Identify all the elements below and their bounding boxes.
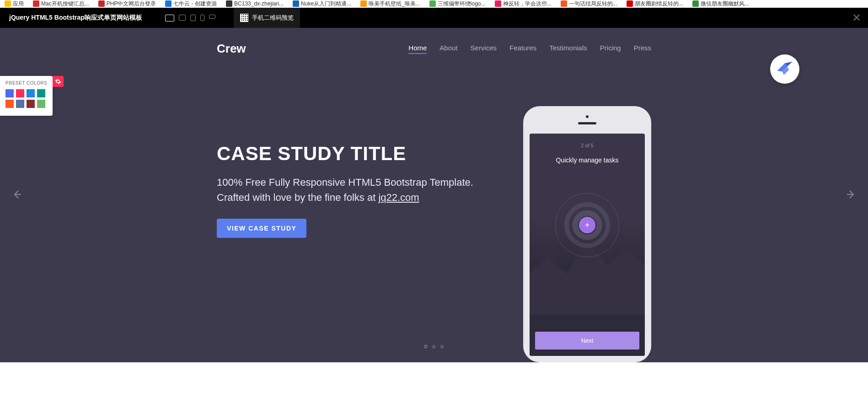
favicon-icon: [360, 0, 367, 7]
nav-links: HomeAboutServicesFeaturesTestimonialsPri…: [408, 44, 651, 54]
carousel-dot[interactable]: [424, 345, 428, 348]
bookmark-item[interactable]: 三维编带环绕logo...: [429, 0, 486, 8]
bird-icon: [775, 59, 795, 79]
bookmarks-bar: 应用Mac开机按键汇总...PHP中文网后台登录七牛云 - 创建资源BC133_…: [0, 0, 868, 8]
favicon-icon: [293, 0, 299, 7]
qr-icon: [240, 14, 248, 22]
settings-toggle[interactable]: [53, 76, 64, 87]
nav-link-features[interactable]: Features: [509, 44, 536, 54]
favicon-icon: [692, 0, 699, 7]
hero-section: Crew HomeAboutServicesFeaturesTestimonia…: [0, 28, 868, 362]
favicon-icon: [429, 0, 436, 7]
site-nav: Crew HomeAboutServicesFeaturesTestimonia…: [217, 28, 651, 70]
color-swatch[interactable]: [27, 89, 35, 97]
nav-link-press[interactable]: Press: [634, 44, 651, 54]
bookmark-item[interactable]: 一句话结局反转的...: [561, 0, 617, 8]
phone-frame: 2 of 5 Quickly manage tasks + Next: [523, 106, 651, 362]
color-swatch[interactable]: [5, 100, 14, 108]
carousel-dot[interactable]: [432, 345, 436, 349]
qr-preview-button[interactable]: 手机二维码预览: [234, 8, 300, 28]
color-swatch[interactable]: [5, 89, 14, 97]
color-swatch[interactable]: [27, 100, 35, 108]
color-row: [5, 89, 47, 97]
nav-link-about[interactable]: About: [439, 44, 457, 54]
favicon-icon: [165, 0, 171, 7]
add-button[interactable]: +: [579, 217, 595, 233]
bookmark-label: 朋友圈剧情反转的...: [635, 0, 683, 8]
bookmark-item[interactable]: 朋友圈剧情反转的...: [627, 0, 683, 8]
color-swatch[interactable]: [16, 89, 24, 97]
favicon-icon: [5, 0, 11, 7]
bookmark-label: BC133_dx-zhejian...: [234, 0, 284, 7]
color-swatch[interactable]: [37, 100, 45, 108]
arrow-left-icon: [11, 189, 22, 200]
bookmark-item[interactable]: PHP中文网后台登录: [98, 0, 156, 8]
favicon-icon: [33, 0, 39, 7]
hero-text: CASE STUDY TITLE 100% Free Fully Respons…: [217, 115, 496, 362]
next-button[interactable]: Next: [535, 332, 639, 350]
hero-title: CASE STUDY TITLE: [217, 143, 496, 165]
qr-label: 手机二维码预览: [252, 14, 294, 22]
screen-title: Quickly manage tasks: [556, 156, 619, 164]
favicon-icon: [226, 0, 232, 7]
device-laptop-icon[interactable]: [179, 15, 186, 21]
bookmark-label: 唯美手机壁纸_唯美...: [369, 0, 420, 8]
preview-toolbar: jQuery HTML5 Bootstrap响应式单页网站模板 手机二维码预览 …: [0, 8, 868, 28]
bookmark-label: 神反转，学会这些...: [503, 0, 552, 8]
bookmark-label: 三维编带环绕logo...: [438, 0, 486, 8]
arrow-right-icon: [846, 189, 857, 200]
favicon-icon: [495, 0, 501, 7]
bookmark-item[interactable]: Nuke从入门到精通...: [293, 0, 351, 8]
bookmark-label: Mac开机按键汇总...: [41, 0, 89, 8]
device-tablet-icon[interactable]: [190, 15, 196, 21]
bookmark-label: PHP中文网后台登录: [107, 0, 156, 8]
preview-title: jQuery HTML5 Bootstrap响应式单页网站模板: [0, 14, 151, 22]
bookmark-item[interactable]: 应用: [5, 0, 24, 8]
phone-mockup: 2 of 5 Quickly manage tasks + Next: [523, 115, 651, 362]
phone-camera-icon: [586, 115, 589, 118]
phone-speaker-icon: [578, 122, 596, 124]
bookmark-label: 七牛云 - 创建资源: [173, 0, 217, 8]
device-desktop-icon[interactable]: [165, 15, 174, 22]
nav-link-home[interactable]: Home: [408, 44, 427, 54]
bookmark-item[interactable]: Mac开机按键汇总...: [33, 0, 89, 8]
gear-icon: [55, 78, 61, 85]
device-phone-icon[interactable]: [200, 15, 204, 21]
carousel-dots: [424, 345, 444, 349]
brand-logo[interactable]: Crew: [217, 42, 246, 56]
hero-description: 100% Free Fully Responsive HTML5 Bootstr…: [217, 175, 496, 205]
hero-content: CASE STUDY TITLE 100% Free Fully Respons…: [217, 70, 651, 362]
favicon-icon: [98, 0, 105, 7]
phone-screen: 2 of 5 Quickly manage tasks + Next: [530, 134, 645, 356]
close-icon[interactable]: ✕: [852, 11, 861, 24]
color-swatch[interactable]: [16, 100, 24, 108]
carousel-next-button[interactable]: [841, 184, 861, 206]
bookmark-item[interactable]: BC133_dx-zhejian...: [226, 0, 284, 7]
bookmark-item[interactable]: 唯美手机壁纸_唯美...: [360, 0, 420, 8]
bookmark-label: Nuke从入门到精通...: [301, 0, 351, 8]
favicon-icon: [627, 0, 633, 7]
color-swatch[interactable]: [37, 89, 45, 97]
carousel-prev-button[interactable]: [7, 184, 27, 206]
nav-link-pricing[interactable]: Pricing: [600, 44, 621, 54]
preset-colors-panel: PRESET COLORS: [0, 76, 53, 116]
carousel-dot[interactable]: [440, 345, 444, 349]
hero-desc-text: 100% Free Fully Responsive HTML5 Bootstr…: [217, 177, 473, 203]
device-selector: [165, 15, 215, 22]
floating-app-logo[interactable]: [770, 54, 799, 84]
bookmark-item[interactable]: 七牛云 - 创建资源: [165, 0, 217, 8]
bookmark-label: 应用: [13, 0, 24, 8]
view-case-study-button[interactable]: VIEW CASE STUDY: [217, 219, 306, 238]
bookmark-item[interactable]: 微信朋友圈幽默风...: [692, 0, 749, 8]
nav-link-testimonials[interactable]: Testimonials: [549, 44, 587, 54]
favicon-icon: [561, 0, 567, 7]
nav-link-services[interactable]: Services: [471, 44, 497, 54]
bookmark-label: 微信朋友圈幽默风...: [701, 0, 749, 8]
screen-counter: 2 of 5: [581, 143, 594, 148]
bookmark-item[interactable]: 神反转，学会这些...: [495, 0, 552, 8]
device-phone-landscape-icon[interactable]: [209, 15, 215, 19]
preset-colors-title: PRESET COLORS: [5, 81, 47, 86]
bookmark-label: 一句话结局反转的...: [569, 0, 617, 8]
color-row: [5, 100, 47, 108]
hero-desc-link[interactable]: jq22.com: [378, 192, 419, 203]
